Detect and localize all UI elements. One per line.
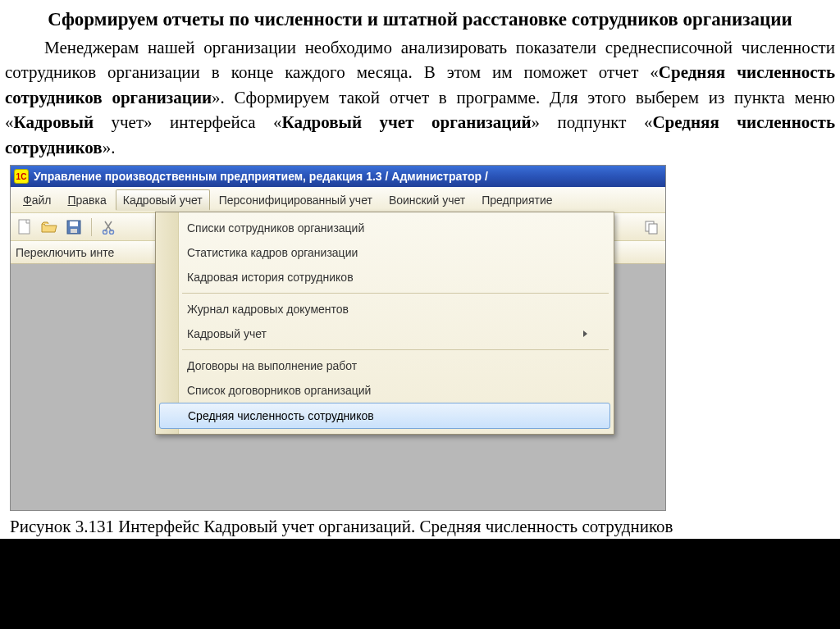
dd-label: Журнал кадровых документов	[187, 303, 349, 316]
menu-personified[interactable]: Персонифицированный учет	[212, 189, 380, 211]
text: ».	[103, 138, 116, 157]
svg-point-5	[110, 230, 114, 234]
app-window: 1C Управление производственным предприят…	[10, 165, 666, 511]
cut-icon[interactable]	[100, 218, 118, 236]
menu-military[interactable]: Воинский учет	[381, 189, 472, 211]
page-bottom-margin	[0, 539, 840, 604]
switch-interface-label[interactable]: Переключить инте	[16, 246, 114, 259]
svg-rect-3	[71, 229, 77, 233]
dd-label: Список договорников организаций	[187, 384, 371, 397]
svg-rect-2	[70, 221, 78, 226]
dropdown-separator	[182, 349, 609, 350]
menu-hr[interactable]: Кадровый учет	[116, 189, 210, 211]
menu-edit-rest: равка	[76, 194, 107, 207]
window-title: Управление производственным предприятием…	[34, 170, 488, 183]
dd-item-hr-journal[interactable]: Журнал кадровых документов	[156, 297, 614, 321]
svg-point-4	[103, 230, 107, 234]
svg-rect-0	[19, 220, 30, 234]
document-page: Сформируем отчеты по численности и штатн…	[0, 0, 840, 539]
copy-icon[interactable]	[642, 218, 660, 236]
open-folder-icon[interactable]	[40, 218, 58, 236]
dd-label: Средняя численность сотрудников	[188, 409, 374, 422]
app-icon: 1C	[14, 169, 29, 184]
submenu-arrow-icon	[583, 330, 587, 337]
text: учет» интерфейса «	[94, 112, 281, 132]
dropdown-separator	[182, 293, 609, 294]
save-icon[interactable]	[65, 218, 83, 236]
document-paragraph: Менеджерам нашей организации необходимо …	[5, 35, 835, 160]
dd-item-work-contracts[interactable]: Договоры на выполнение работ	[156, 353, 614, 378]
toolbar-separator	[91, 218, 92, 236]
figure-caption: Рисунок 3.131 Интерфейс Кадровый учет ор…	[10, 516, 833, 538]
dd-item-employee-lists[interactable]: Списки сотрудников организаций	[156, 216, 614, 240]
dd-label: Списки сотрудников организаций	[187, 221, 364, 235]
text-bold: Кадровый учет организаций	[282, 112, 532, 132]
dd-item-hr-statistics[interactable]: Статистика кадров организации	[156, 240, 614, 265]
dd-label: Кадровая история сотрудников	[187, 271, 354, 284]
dd-label: Статистика кадров организации	[187, 246, 358, 259]
menu-file-u: Ф	[23, 194, 32, 207]
menu-file-rest: айл	[32, 194, 52, 207]
dd-item-contractors-list[interactable]: Список договорников организаций	[156, 378, 614, 403]
menu-edit-u: П	[67, 194, 75, 207]
menubar-wrapper: Файл Правка Кадровый учет Персонифициров…	[11, 187, 665, 213]
new-document-icon[interactable]	[16, 218, 34, 236]
menu-edit[interactable]: Правка	[60, 189, 113, 211]
menubar: Файл Правка Кадровый учет Персонифициров…	[11, 187, 665, 213]
dd-item-hr-accounting[interactable]: Кадровый учет	[156, 321, 614, 346]
svg-rect-7	[649, 224, 657, 234]
dd-label: Договоры на выполнение работ	[187, 359, 357, 372]
titlebar: 1C Управление производственным предприят…	[11, 166, 665, 187]
menu-enterprise[interactable]: Предприятие	[474, 189, 559, 211]
text: » подпункт «	[532, 112, 653, 132]
document-title: Сформируем отчеты по численности и штатн…	[20, 7, 820, 32]
dd-item-hr-history[interactable]: Кадровая история сотрудников	[156, 265, 614, 289]
dd-label: Кадровый учет	[187, 327, 267, 340]
dropdown-menu: Списки сотрудников организаций Статистик…	[155, 212, 614, 435]
text-bold: Кадровый	[14, 112, 94, 132]
dd-item-avg-headcount[interactable]: Средняя численность сотрудников	[159, 403, 610, 429]
menu-file[interactable]: Файл	[16, 189, 58, 211]
